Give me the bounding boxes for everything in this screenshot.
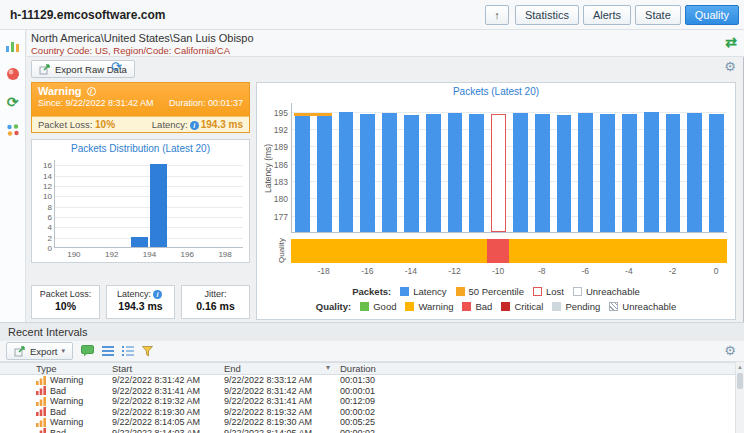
legend-item: Critical bbox=[501, 301, 543, 312]
country-codes: Country Code: US, Region/Code: Californi… bbox=[31, 45, 230, 56]
legend-item-label: Warning bbox=[418, 301, 453, 312]
tab-statistics[interactable]: Statistics bbox=[515, 5, 579, 25]
y-tick-label: 4 bbox=[35, 223, 52, 232]
legend-item-label: Lost bbox=[546, 286, 564, 297]
latency-bar bbox=[448, 113, 463, 232]
app-window: h-11129.emcosoftware.com ↑ Statistics Al… bbox=[0, 0, 744, 433]
legend-item: Pending bbox=[552, 301, 600, 312]
latency-box: Latency:i 194.3 ms bbox=[106, 285, 175, 319]
packets-legend-row: Packets:Latency50 PercentileLostUnreacha… bbox=[257, 284, 735, 299]
quality-toolbar: Export Raw Data ⟳ ⚙ bbox=[27, 57, 744, 82]
up-button[interactable]: ↑ bbox=[485, 5, 509, 25]
tab-quality[interactable]: Quality bbox=[685, 5, 739, 25]
legend-swatch bbox=[462, 302, 471, 311]
stat-label: Packet Loss: bbox=[32, 289, 99, 299]
interval-type-icon bbox=[36, 397, 46, 406]
scrollbar-thumb[interactable] bbox=[737, 373, 743, 389]
legend-item: Good bbox=[360, 301, 396, 312]
latency-bar bbox=[622, 114, 637, 232]
refresh-icon[interactable]: ⟳ bbox=[111, 59, 122, 74]
interval-row[interactable]: Warning9/22/2022 8:19:32 AM9/22/2022 8:3… bbox=[0, 396, 735, 407]
interval-row[interactable]: Warning9/22/2022 8:31:42 AM9/22/2022 8:3… bbox=[0, 375, 735, 386]
legend-swatch bbox=[360, 302, 369, 311]
status-state: Warning bbox=[38, 85, 82, 97]
interval-start: 9/22/2022 8:14:03 AM bbox=[112, 428, 224, 433]
heat-view-icon[interactable] bbox=[4, 66, 22, 82]
legend-item-label: Critical bbox=[514, 301, 543, 312]
col-duration[interactable]: Duration bbox=[340, 363, 440, 374]
legend-item: Unreachable bbox=[609, 301, 676, 312]
location-bar: North America\United States\San Luis Obi… bbox=[27, 30, 744, 57]
summary-stat-boxes: Packet Loss: 10% Latency:i 194.3 ms Jitt… bbox=[31, 285, 250, 319]
x-axis-ticks: -18-16-14-12-10-8-6-4-20 bbox=[291, 266, 727, 276]
interval-row[interactable]: Bad9/22/2022 8:19:30 AM9/22/2022 8:19:32… bbox=[0, 407, 735, 418]
filter-icon[interactable] bbox=[142, 346, 153, 357]
col-type[interactable]: Type bbox=[36, 363, 112, 374]
interval-start: 9/22/2022 8:19:30 AM bbox=[112, 407, 224, 418]
scatter-view-icon[interactable] bbox=[4, 122, 22, 138]
transfer-arrows-icon[interactable]: ⇄ bbox=[725, 34, 737, 50]
interval-row[interactable]: Warning9/22/2022 8:14:05 AM9/22/2022 8:1… bbox=[0, 417, 735, 428]
gridline bbox=[292, 164, 727, 165]
chart-title: Packets Distribution (Latest 20) bbox=[32, 143, 249, 154]
x-tick-label: -18 bbox=[318, 266, 330, 276]
col-end[interactable]: End▾ bbox=[224, 363, 340, 374]
info-icon[interactable]: i bbox=[87, 87, 96, 96]
y-tick-label: 192 bbox=[262, 125, 288, 135]
stat-value: 194.3 ms bbox=[107, 300, 174, 312]
sync-view-icon[interactable]: ⟳ bbox=[4, 94, 22, 110]
list-view-icon[interactable] bbox=[102, 346, 114, 356]
quality-legend-row: Quality:GoodWarningBadCriticalPendingUnr… bbox=[257, 299, 735, 314]
scroll-up-icon[interactable]: ▲ bbox=[736, 362, 744, 372]
y-tick-label: 180 bbox=[262, 194, 288, 204]
x-tick-label: -16 bbox=[361, 266, 373, 276]
sort-indicator-icon: ▾ bbox=[326, 363, 330, 372]
latency-bar bbox=[557, 115, 572, 232]
interval-start: 9/22/2022 8:14:05 AM bbox=[112, 417, 224, 428]
legend-item-label: Unreachable bbox=[586, 286, 640, 297]
latency-bar bbox=[360, 114, 375, 232]
info-icon[interactable]: i bbox=[153, 290, 162, 299]
legend-item-label: 50 Percentile bbox=[469, 286, 524, 297]
detail-view-icon[interactable] bbox=[122, 346, 134, 356]
chart-legend: Packets:Latency50 PercentileLostUnreacha… bbox=[257, 284, 735, 314]
scrollbar[interactable]: ▲ bbox=[735, 362, 744, 433]
y-tick-label: 189 bbox=[262, 142, 288, 152]
settings-gear-icon[interactable]: ⚙ bbox=[724, 60, 736, 74]
export-menu-button[interactable]: Export ▾ bbox=[6, 342, 73, 360]
interval-type-icon bbox=[36, 386, 46, 395]
y-tick-label: 195 bbox=[262, 108, 288, 118]
legend-item-label: Pending bbox=[565, 301, 600, 312]
status-since: Since: 9/22/2022 8:31:42 AM bbox=[38, 98, 154, 108]
tab-alerts[interactable]: Alerts bbox=[583, 5, 631, 25]
info-icon[interactable]: i bbox=[190, 121, 199, 130]
x-tick-label: 192 bbox=[105, 250, 118, 259]
quality-segment-bad bbox=[487, 239, 509, 263]
legend-title: Packets: bbox=[352, 286, 391, 297]
stat-value: 0.16 ms bbox=[182, 300, 249, 312]
histogram-bar bbox=[150, 164, 168, 247]
view-buttons: ↑ Statistics Alerts State Quality bbox=[485, 5, 739, 25]
col-start[interactable]: Start bbox=[112, 363, 224, 374]
legend-swatch bbox=[552, 302, 561, 311]
interval-type: Bad bbox=[36, 428, 112, 433]
interval-row[interactable]: Bad9/22/2022 8:31:41 AM9/22/2022 8:31:42… bbox=[0, 386, 735, 397]
chart-view-icon[interactable] bbox=[4, 38, 22, 54]
x-tick-label: -2 bbox=[669, 266, 677, 276]
legend-swatch bbox=[573, 287, 582, 296]
tab-state[interactable]: State bbox=[635, 5, 681, 25]
comment-icon[interactable] bbox=[81, 345, 94, 357]
legend-swatch bbox=[400, 287, 409, 296]
x-tick-label: 0 bbox=[714, 266, 719, 276]
y-tick-label: 6 bbox=[35, 213, 52, 222]
stat-label: Latency:i bbox=[107, 289, 174, 299]
legend-item-label: Unreachable bbox=[622, 301, 676, 312]
settings-gear-icon[interactable]: ⚙ bbox=[724, 344, 736, 358]
interval-duration: 00:01:30 bbox=[340, 375, 440, 386]
interval-start: 9/22/2022 8:31:42 AM bbox=[112, 375, 224, 386]
chart-title: Packets (Latest 20) bbox=[257, 86, 735, 97]
quality-band bbox=[291, 239, 727, 263]
legend-item-label: Bad bbox=[475, 301, 492, 312]
interval-row[interactable]: Bad9/22/2022 8:14:03 AM9/22/2022 8:14:05… bbox=[0, 428, 735, 433]
latency-bar bbox=[404, 115, 419, 232]
